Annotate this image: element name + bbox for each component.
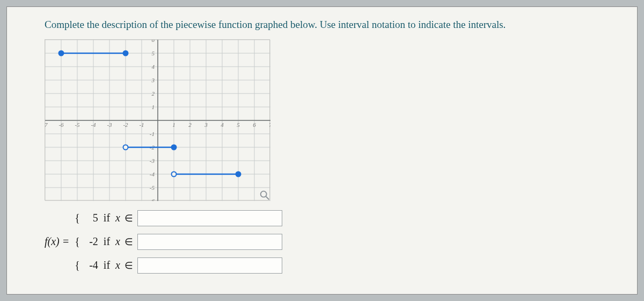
svg-text:6: 6 [152,40,155,43]
svg-text:-4: -4 [150,171,155,177]
content: -7-6-5-4-3-2-11234567-6-5-4-3-2-1123456 … [45,39,599,274]
svg-text:5: 5 [152,50,155,56]
piece-value: -4 [84,259,98,271]
x-var: x [115,212,120,224]
svg-text:6: 6 [253,121,256,128]
svg-point-64 [236,171,241,176]
if-label: if [104,259,110,271]
svg-text:-1: -1 [139,121,144,128]
svg-text:-2: -2 [123,121,128,128]
brace: { [75,259,80,271]
svg-point-65 [261,191,267,197]
equation-row-1: { 5 if x ∈ [75,210,282,226]
svg-text:-4: -4 [91,121,96,128]
svg-text:-7: -7 [45,121,48,128]
equation-rows: { 5 if x ∈ { -2 if x ∈ { -4 [75,210,282,274]
interval-input-1[interactable] [137,210,282,226]
if-label: if [104,235,110,248]
svg-text:-5: -5 [75,121,80,128]
graph-svg: -7-6-5-4-3-2-11234567-6-5-4-3-2-1123456 [45,40,270,201]
piece-value: -2 [84,235,98,248]
svg-point-58 [123,51,128,55]
equation-row-2: { -2 if x ∈ [75,234,282,250]
if-label: if [104,212,110,224]
svg-text:4: 4 [152,63,155,70]
svg-text:3: 3 [151,77,155,83]
svg-text:-1: -1 [150,131,155,137]
brace: { [75,235,80,248]
interval-input-3[interactable] [137,257,282,274]
svg-text:1: 1 [172,121,175,128]
magnifier-icon[interactable] [259,189,270,201]
element-of: ∈ [125,260,133,271]
svg-text:-3: -3 [107,121,112,128]
svg-text:7: 7 [269,121,270,128]
brace: { [75,212,80,224]
svg-point-57 [59,51,64,55]
svg-point-63 [172,171,177,176]
question-prompt: Complete the description of the piecewis… [45,18,599,32]
worksheet-page: Complete the description of the piecewis… [6,6,638,295]
svg-text:4: 4 [221,121,224,128]
svg-point-60 [123,145,128,149]
element-of: ∈ [125,212,133,224]
element-of: ∈ [125,236,133,248]
equation-lhs: f(x) = [45,235,69,248]
svg-text:-5: -5 [150,184,155,191]
svg-text:2: 2 [152,90,155,97]
x-var: x [115,259,120,271]
piecewise-graph: -7-6-5-4-3-2-11234567-6-5-4-3-2-1123456 [45,39,270,200]
svg-text:1: 1 [152,104,155,110]
svg-text:5: 5 [237,121,240,128]
svg-text:3: 3 [204,121,208,128]
svg-point-61 [172,145,177,149]
interval-input-2[interactable] [137,234,282,250]
svg-text:-6: -6 [150,198,155,201]
equation-row-3: { -4 if x ∈ [75,257,282,274]
svg-text:-6: -6 [58,121,64,128]
x-var: x [115,235,120,248]
svg-text:-3: -3 [150,157,155,164]
svg-line-66 [266,196,269,199]
piece-value: 5 [84,212,98,224]
svg-text:2: 2 [188,121,192,128]
piecewise-equation: f(x) = { 5 if x ∈ { -2 if x ∈ [45,210,599,274]
